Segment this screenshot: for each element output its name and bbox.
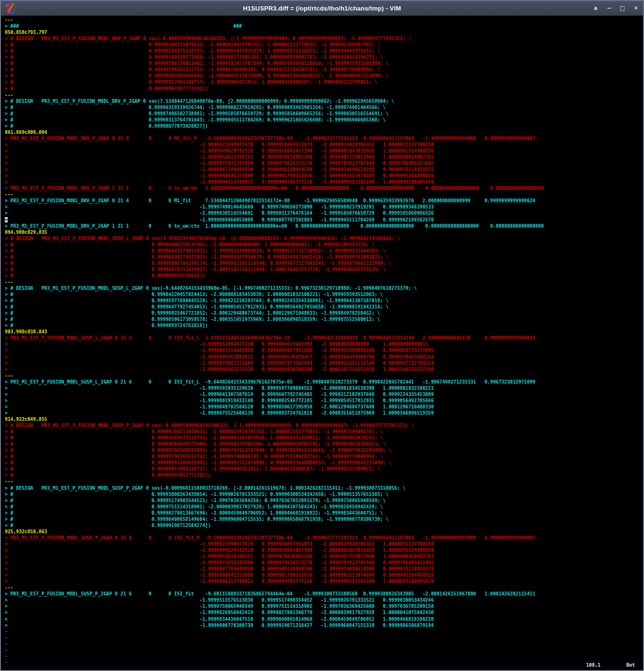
empty-buffer-line: ~ (5, 653, 643, 660)
editor-line: < PR3_M1_EST_P_FUSION_MODL_SUSP_P_2GAP 0… (5, 535, 643, 541)
editor-line: < # 0.99999997057771262]) (5, 86, 643, 92)
editor-line: > ### ### (5, 23, 643, 29)
status-scroll-indicator: Bot (626, 662, 635, 668)
vim-icon (4, 2, 15, 14)
editor-line: > # 0.99998278013667696; -2.000045984970… (5, 510, 643, 516)
editor-line: > # 0.99998408658149684; -1.999996804715… (5, 516, 643, 522)
editor-line: < # 0.99999766380023802; -1.999978292370… (5, 447, 643, 453)
editor-line: --- (5, 584, 643, 591)
editor-line: > # 0.9999751514318902; -2.0000039817827… (5, 504, 643, 510)
editor-line: < -1.9999949629782510 0.9999956042057349… (5, 148, 643, 154)
editor-line: < PR3_M1_EST_P_FUSION_MODL_DRV_P_2GAP 0 … (5, 135, 643, 142)
maximize-button[interactable]: □ (619, 5, 626, 11)
editor-line: > # 0.99995977698845528; -1.999921210293… (5, 297, 643, 304)
editor-line: < -1.9999996153709021 0.9999999705777126… (5, 578, 643, 584)
editor-line: > -1.9999593935120630 0.9999597769884553… (5, 385, 643, 391)
empty-buffer-line: ~ (5, 647, 643, 653)
title-bar[interactable]: H1SUSPR3.diff = (/opt/rtcds/lho/h1/chans… (1, 1, 643, 16)
editor-line: < -1.9999996153709021 0.9999999705777126… (5, 179, 643, 185)
editor-line: > # DESIGN PR3_M1_EST_P_FUSION_MODL_SUSP… (5, 485, 643, 491)
editor-line: > -1.9999749014645660 0.9999749650273898… (5, 204, 643, 210)
editor-line: < # 0.99999883109695942; -1.999999251397… (5, 460, 643, 466)
empty-buffer-line: ~ (5, 641, 643, 647)
editor-line: > # 0.99993808263439854; -1.999902679133… (5, 491, 643, 497)
editor-line: < -1.9999990941233099 0.9999991798318876… (5, 173, 643, 179)
editor-line: < -1.9999990941233099 0.9999991798318876… (5, 572, 643, 578)
editor-line: > # 0.99998506173959578; -2.000351651975… (5, 316, 643, 322)
editor-line: < -1.9999975933205889 0.9999979626522276… (5, 560, 643, 566)
window-controls: ∧ − □ ✕ (592, 1, 639, 15)
editor-line: 914,922c849,855 (5, 416, 643, 422)
editor-line: > -1.9999834436047510 0.9999840865814968… (5, 616, 643, 622)
editor-line: > # 0.9999893724761818]) (5, 322, 643, 329)
editor-line: < -1.9999975933205889 0.9999979626522276… (5, 160, 643, 166)
editor-line: < # 0.99999766380023802; -1.999978292370… (5, 60, 643, 66)
editor-line: 850,858c793,797 (5, 29, 643, 35)
close-button[interactable]: ✕ (633, 5, 639, 11)
editor-line: < # DESIGN PR3_M1_EST_P_FUSION_MODL_DRV_… (5, 35, 643, 42)
editor-line: < # 0.99999917983188757; -1.999999958210… (5, 79, 643, 85)
editor-line: < # 0.99996641374813811; -1.999995249989… (5, 248, 643, 254)
editor-line: > # 0.99998025467721852; -2.000129488673… (5, 310, 643, 316)
editor[interactable]: ---> ### ###850,858c793,797< # DESIGN PR… (1, 16, 643, 671)
editor-line: < # 0.99999917983188757; -1.999999958210… (5, 466, 643, 472)
editor-line: --- (5, 17, 643, 23)
editor-line: < # 0.99998690278915059; -1.999886847950… (5, 254, 643, 260)
editor-line: --- (5, 478, 643, 484)
editor-line: > -1.9999750865940349 0.9999751514318902… (5, 603, 643, 609)
editor-line: < # 0.99999264211870631; -2.000001992070… (5, 429, 643, 435)
editor-line: < # 0.99999560420573486; -1.999998272905… (5, 441, 643, 447)
editor-line: < -1.9999958418399251 0.9999976638002380… (5, 154, 643, 160)
editor-line: < -1.9999879662221609 0.9999897871365944… (5, 360, 643, 366)
empty-buffer-line: ~ (5, 628, 643, 635)
empty-buffer-line: ~ (5, 635, 643, 641)
editor-line: > # 0.99996359339926744; -1.999998823791… (5, 104, 643, 110)
editor-line: --- (5, 191, 643, 198)
editor-line: < -1.9999925890977670 0.9999926697552873… (5, 541, 643, 547)
editor-line: < -1.9999889763883021 0.9999890576439457… (5, 354, 643, 360)
editor-line: > -1.9999875525600130 0.9999893724761818… (5, 410, 643, 416)
editor-line: < -1.9999987709609930 0.9999988310969594… (5, 566, 643, 572)
editor-line: > -1.9999826956942419 0.9999827801366770… (5, 609, 643, 616)
editor-line: > -1.9999801919433140 0.9999802546772185… (5, 397, 643, 404)
editor-line: < -1.9999925890977670 0.9999926697552873… (5, 142, 643, 148)
editor-line: < # 0.99999266975528733; -2.000008504703… (5, 48, 643, 54)
editor-line: > -1.9999900778380739 0.9999919071258427… (5, 622, 643, 628)
editor-line: > PR3_M1_EST_P_FUSION_MODL_DRV_P_2GAP 0 … (5, 198, 643, 204)
editor-line: 903,908c838,843 (5, 329, 643, 335)
status-cursor-position: 108,1 (586, 662, 600, 668)
window-title: H1SUSPR3.diff = (/opt/rtcds/lho/h1/chans… (1, 5, 643, 12)
editor-line: < # 0.99999796265222762; -1.999997460861… (5, 453, 643, 460)
editor-line: > # 0.99999190712584274]) (5, 522, 643, 528)
shade-button[interactable]: ∧ (592, 5, 599, 11)
editor-line: > # 0.99984220457824413; -2.000008183453… (5, 291, 643, 297)
editor-line: > # DESIGN PR3_M1_EST_P_FUSION_MODL_SUSP… (5, 285, 643, 291)
vim-window: H1SUSPR3.diff = (/opt/rtcds/lho/h1/chans… (0, 0, 644, 671)
editor-line: 861,869c800,804 (5, 129, 643, 135)
editor-line: > # DESIGN PR3_M1_EST_P_FUSION_MODL_DRV_… (5, 98, 643, 104)
editor-line: < PR3_M1_EST_P_FUSION_MODL_SUSP_L_2GAP 0… (5, 335, 643, 341)
editor-line: > -1.9999849782584520 0.9999850617395958… (5, 404, 643, 410)
editor-line: < # 0.99996486159147491; -2.000000000000… (5, 242, 643, 248)
editor-line: < -1.9999958418399251 0.9999976638002380… (5, 553, 643, 560)
editor-line: 894,900c829,835 (5, 229, 643, 235)
editor-line: > PR3_M1_EST_P_FUSION_MODL_DRV_P_2GAP 1 … (5, 223, 643, 229)
editor-line: < -1.9999949629782510 0.9999956042057349… (5, 547, 643, 553)
editor-line: < # 0.99998905764394574; -1.999995228511… (5, 260, 643, 266)
editor-line: < # DESIGN PR3_M1_EST_P_FUSION_MODL_SUSP… (5, 422, 643, 429)
editor-line: 925,932c858,863 (5, 528, 643, 535)
editor-line: > # 0.99998313764781643; -1.999994551178… (5, 117, 643, 123)
editor-line: < # 0.99998978713659437; -2.000116271815… (5, 266, 643, 273)
editor-line: < -1.9999865314442020 0.9999869027891506… (5, 347, 643, 353)
editor-line: < # 0.99999560420573486; -1.999998272905… (5, 54, 643, 60)
status-bar: 108,1 Bot (1, 662, 643, 669)
editor-line: < -1.9999987709609930 0.9999988310969594… (5, 166, 643, 173)
editor-line: > # 0.99997496502738981; -1.999958507665… (5, 110, 643, 117)
editor-line: < PR3_M1_EST_P_FUSION_MODL_DRV_P_2GAP 1 … (5, 185, 643, 191)
editor-line: > -1.9999641307387019 0.9999647792745405… (5, 391, 643, 397)
minimize-button[interactable]: − (606, 5, 612, 11)
editor-line: > PR3_M1_EST_P_FUSION_MODL_SUSP_P_2GAP 0… (5, 591, 643, 597)
editor-line: > PR3_M1_EST_P_FUSION_MODL_SUSP_L_2GAP 0… (5, 379, 643, 385)
editor-line: < # 0.99999796265222762; -1.999997460861… (5, 66, 643, 73)
editor-line: > # 0.99995174983544521; -1.999703636942… (5, 497, 643, 504)
